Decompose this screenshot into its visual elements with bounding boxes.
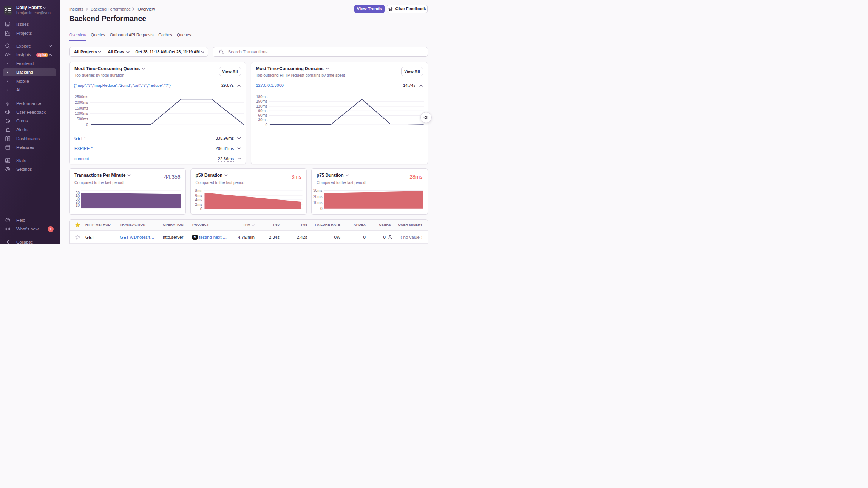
svg-text:1000ms: 1000ms <box>75 111 88 116</box>
svg-text:2000ms: 2000ms <box>75 100 88 104</box>
svg-text:30ms: 30ms <box>258 118 267 122</box>
svg-text:60ms: 60ms <box>258 113 267 117</box>
svg-text:10ms: 10ms <box>313 200 322 204</box>
svg-text:0: 0 <box>265 122 267 127</box>
svg-text:8ms: 8ms <box>195 188 202 193</box>
svg-text:6ms: 6ms <box>195 193 202 197</box>
svg-text:20ms: 20ms <box>313 194 322 198</box>
svg-text:180ms: 180ms <box>256 95 267 99</box>
svg-text:2500ms: 2500ms <box>75 95 88 99</box>
svg-text:10: 10 <box>76 203 80 207</box>
svg-text:0: 0 <box>200 207 202 211</box>
svg-text:0: 0 <box>86 122 88 127</box>
svg-text:2ms: 2ms <box>195 202 202 206</box>
svg-text:90ms: 90ms <box>258 108 267 113</box>
svg-text:150ms: 150ms <box>256 99 267 103</box>
svg-text:500ms: 500ms <box>77 117 88 121</box>
svg-text:120ms: 120ms <box>256 104 267 108</box>
svg-text:4ms: 4ms <box>195 198 202 202</box>
svg-text:30ms: 30ms <box>313 188 322 192</box>
svg-text:1500ms: 1500ms <box>75 106 88 110</box>
svg-text:0: 0 <box>320 206 323 210</box>
svg-text:N: N <box>194 235 196 239</box>
